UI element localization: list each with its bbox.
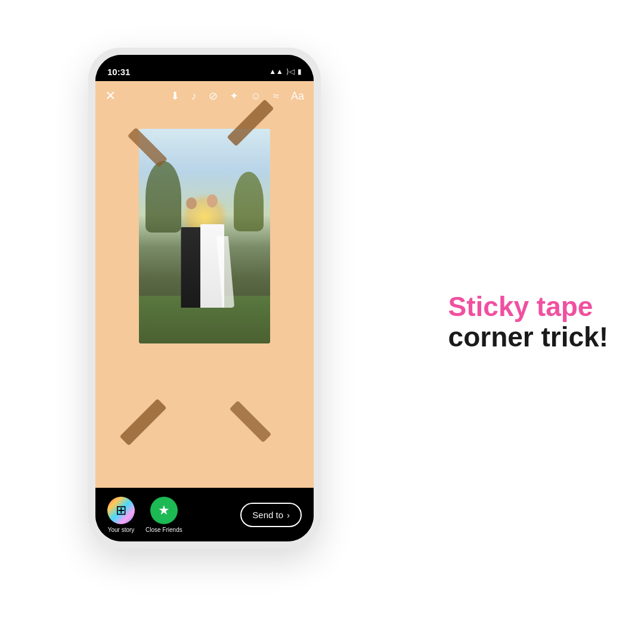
download-icon[interactable]: ⬇ <box>171 89 179 103</box>
text-content: Sticky tape corner trick! <box>448 292 608 352</box>
send-to-button[interactable]: Send to › <box>240 503 302 527</box>
couple-silhouette <box>175 188 234 308</box>
photo-content <box>139 129 270 343</box>
your-story-label: Your story <box>108 527 135 533</box>
send-chevron-icon: › <box>287 510 290 520</box>
bride <box>196 194 228 308</box>
phone-inner: 10:31 ▲▲ ⟩◁ ▮ ✕ ⬇ ♪ ⊘ ✦ ☺ ≈ <box>95 55 314 541</box>
close-friends-label: Close Friends <box>145 527 182 533</box>
toolbar: ✕ ⬇ ♪ ⊘ ✦ ☺ ≈ Aa <box>95 81 314 111</box>
text-icon[interactable]: Aa <box>291 90 304 103</box>
bottom-bar: ⊞ Your story ★ Close Friends Send to › <box>95 488 314 541</box>
your-story-icon[interactable]: ⊞ <box>107 497 135 524</box>
link-icon[interactable]: ⊘ <box>209 89 218 103</box>
story-editor: ✕ ⬇ ♪ ⊘ ✦ ☺ ≈ Aa <box>95 81 314 488</box>
battery-icon: ▮ <box>298 67 302 76</box>
tree-right <box>234 172 264 231</box>
bride-head <box>207 194 218 208</box>
music-icon[interactable]: ♪ <box>191 90 197 103</box>
send-to-label: Send to <box>252 510 283 520</box>
status-icons: ▲▲ ⟩◁ ▮ <box>269 67 302 76</box>
svg-rect-1 <box>119 398 166 445</box>
close-icon[interactable]: ✕ <box>105 88 116 104</box>
page: 10:31 ▲▲ ⟩◁ ▮ ✕ ⬇ ♪ ⊘ ✦ ☺ ≈ <box>0 0 644 644</box>
groom-head <box>186 197 197 209</box>
signal-icon: ▲▲ <box>269 67 283 76</box>
status-time: 10:31 <box>107 67 130 77</box>
heading-corner-trick: corner trick! <box>448 322 608 352</box>
emoji-icon[interactable]: ☺ <box>250 90 261 103</box>
wifi-icon: ⟩◁ <box>286 67 295 76</box>
heading-sticky-tape: Sticky tape <box>448 292 608 322</box>
sparkle-icon[interactable]: ✦ <box>230 89 239 103</box>
photo-frame <box>139 129 270 343</box>
close-friends-option[interactable]: ★ Close Friends <box>145 497 182 533</box>
phone-mockup: 10:31 ▲▲ ⟩◁ ▮ ✕ ⬇ ♪ ⊘ ✦ ☺ ≈ <box>88 48 321 549</box>
notch <box>160 55 249 73</box>
close-friends-icon[interactable]: ★ <box>150 497 178 524</box>
svg-rect-3 <box>230 401 272 443</box>
audio-icon[interactable]: ≈ <box>273 90 279 103</box>
your-story-option[interactable]: ⊞ Your story <box>107 497 135 533</box>
